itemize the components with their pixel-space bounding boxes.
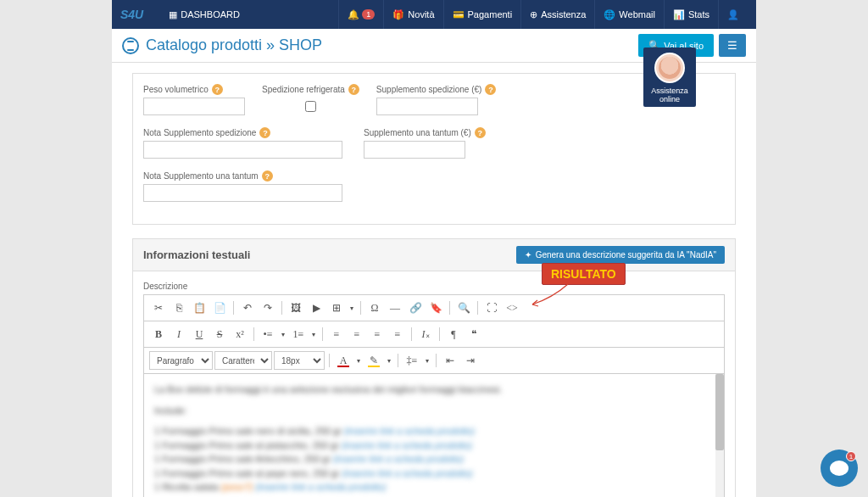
chat-bubble[interactable]: 1: [821, 450, 858, 487]
sparkle-icon: ✦: [525, 250, 531, 260]
field-una-tantum: Supplemento una tantum (€)?: [364, 127, 486, 159]
chevron-down-icon[interactable]: ▾: [309, 325, 318, 343]
redo-button[interactable]: ↷: [259, 299, 277, 317]
refrigerata-checkbox[interactable]: [262, 101, 359, 112]
font-size-select[interactable]: 18px: [274, 351, 325, 370]
chevron-down-icon[interactable]: ▾: [279, 325, 287, 343]
menu-button[interactable]: ☰: [719, 34, 746, 57]
image-button[interactable]: 🖼: [287, 299, 305, 317]
outdent-button[interactable]: ⇤: [441, 351, 459, 370]
paste-text-button[interactable]: 📄: [210, 299, 229, 317]
separator: [449, 301, 450, 315]
line-height-button[interactable]: ‡≡: [403, 351, 421, 370]
bold-button[interactable]: B: [149, 325, 168, 343]
paragraph-select[interactable]: Paragrafo: [149, 351, 213, 370]
field-nota-tantum: Nota Supplemento una tantum?: [143, 170, 342, 202]
lifering-icon: ⊕: [530, 9, 537, 20]
blockquote-button[interactable]: ❝: [465, 325, 483, 343]
nav-dashboard[interactable]: ▦ DASHBOARD: [160, 0, 248, 29]
separator: [439, 327, 440, 341]
show-blocks-button[interactable]: ¶: [444, 325, 463, 343]
notification-count-badge: 1: [362, 9, 375, 20]
numbered-list-button[interactable]: 1≡: [289, 325, 308, 343]
nav-assistenza-label: Assistenza: [541, 9, 586, 20]
editor-content[interactable]: La Box delizie di formaggi è una selezio…: [144, 374, 724, 497]
page-title-text: Catalogo prodotti » SHOP: [146, 36, 322, 54]
una-tantum-input[interactable]: [364, 141, 465, 159]
table-button[interactable]: ⊞: [327, 299, 346, 317]
align-justify-button[interactable]: ≡: [388, 325, 407, 343]
align-right-button[interactable]: ≡: [368, 325, 387, 343]
nav-pagamenti[interactable]: 💳 Pagamenti: [443, 0, 521, 29]
find-button[interactable]: 🔍: [454, 299, 473, 317]
scrollbar-track[interactable]: [715, 374, 724, 497]
nav-user[interactable]: 👤: [718, 0, 748, 29]
nav-novita[interactable]: 🎁 Novità: [383, 0, 442, 29]
nav-webmail-label: Webmail: [619, 9, 655, 20]
bg-color-button[interactable]: ✎: [364, 351, 383, 370]
result-annotation: RISULTATO: [542, 263, 626, 285]
separator: [233, 301, 234, 315]
strikethrough-button[interactable]: S: [210, 325, 229, 343]
copy-button[interactable]: ⎘: [170, 299, 188, 317]
nav-notifications[interactable]: 🔔 1: [338, 0, 383, 29]
nav-assistenza[interactable]: ⊕ Assistenza: [520, 0, 594, 29]
top-navbar: S4U ▦ DASHBOARD 🔔 1 🎁 Novità 💳 Pagamenti: [112, 0, 756, 29]
field-supplemento: Supplemento spedizione (€)?: [376, 84, 497, 115]
italic-button[interactable]: I: [170, 325, 188, 343]
font-family-select[interactable]: Carattere di si...: [214, 351, 272, 370]
peso-input[interactable]: [143, 98, 245, 115]
nota-tantum-input[interactable]: [143, 184, 342, 202]
ai-btn-label: Genera una descrizione suggerita da IA "…: [536, 250, 716, 260]
underline-button[interactable]: U: [190, 325, 209, 343]
help-icon[interactable]: ?: [259, 127, 270, 138]
align-center-button[interactable]: ≡: [348, 325, 366, 343]
bullet-list-button[interactable]: •≡: [259, 325, 277, 343]
assistance-widget[interactable]: Assistenza online: [643, 47, 696, 107]
textual-panel: Informazioni testuali ✦ Genera una descr…: [132, 238, 736, 497]
separator: [477, 301, 478, 315]
help-icon[interactable]: ?: [485, 84, 496, 95]
nav-pagamenti-label: Pagamenti: [468, 9, 513, 20]
cut-button[interactable]: ✂: [149, 299, 168, 317]
editor-toolbar-1: ✂ ⎘ 📋 📄 ↶ ↷ 🖼 ▶ ⊞▾ Ω: [144, 295, 724, 321]
assistance-label-2: online: [647, 95, 693, 103]
undo-button[interactable]: ↶: [238, 299, 257, 317]
help-icon[interactable]: ?: [475, 127, 486, 138]
separator: [322, 327, 323, 341]
supplemento-label: Supplemento spedizione (€): [376, 85, 482, 94]
separator: [398, 354, 398, 367]
help-icon[interactable]: ?: [212, 84, 223, 95]
bookmark-button[interactable]: 🔖: [426, 299, 445, 317]
hr-button[interactable]: —: [386, 299, 404, 317]
gift-icon: 🎁: [392, 9, 404, 20]
help-icon[interactable]: ?: [348, 84, 359, 95]
catalog-icon: [122, 37, 139, 54]
chevron-down-icon[interactable]: ▾: [354, 351, 363, 370]
generate-ai-description-button[interactable]: ✦ Genera una descrizione suggerita da IA…: [516, 246, 725, 264]
superscript-button[interactable]: x²: [231, 325, 249, 343]
source-code-button[interactable]: <>: [503, 299, 521, 317]
media-button[interactable]: ▶: [307, 299, 326, 317]
special-char-button[interactable]: Ω: [365, 299, 384, 317]
separator: [436, 354, 437, 367]
nav-webmail[interactable]: 🌐 Webmail: [594, 0, 664, 29]
indent-button[interactable]: ⇥: [461, 351, 480, 370]
link-button[interactable]: 🔗: [406, 299, 425, 317]
fullscreen-button[interactable]: ⛶: [482, 299, 501, 317]
una-tantum-label: Supplemento una tantum (€): [364, 128, 471, 137]
supplemento-input[interactable]: [376, 98, 478, 115]
clear-format-button[interactable]: Iₓ: [416, 325, 435, 343]
help-icon[interactable]: ?: [262, 170, 273, 181]
scrollbar-thumb[interactable]: [715, 374, 724, 450]
nav-stats[interactable]: 📊 Stats: [664, 0, 718, 29]
chevron-down-icon[interactable]: ▾: [348, 299, 356, 317]
text-color-button[interactable]: A: [334, 351, 353, 370]
chevron-down-icon[interactable]: ▾: [385, 351, 393, 370]
chevron-down-icon[interactable]: ▾: [423, 351, 431, 370]
separator: [411, 327, 412, 341]
nota-supp-input[interactable]: [143, 141, 342, 159]
align-left-button[interactable]: ≡: [327, 325, 346, 343]
field-peso-volumetrico: Peso volumetrico?: [143, 84, 245, 115]
paste-button[interactable]: 📋: [190, 299, 209, 317]
